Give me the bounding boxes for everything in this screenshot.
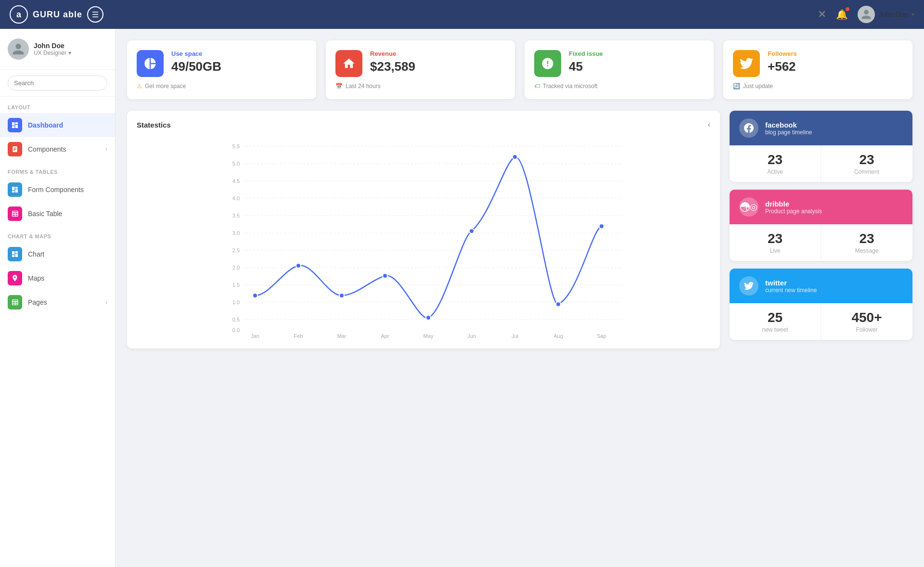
twitter-follower-label: Follower	[831, 326, 903, 333]
avatar	[858, 6, 875, 23]
statistics-chart: .grid-line { stroke: #e8ecf0; stroke-wid…	[137, 137, 710, 339]
svg-text:Aug: Aug	[553, 333, 563, 339]
sidebar-item-basic-table[interactable]: Basic Table	[0, 202, 115, 226]
dribble-icon: ◎	[739, 197, 758, 217]
followers-icon	[733, 50, 760, 77]
sidebar-item-label: Dashboard	[28, 121, 63, 129]
chart-icon	[8, 247, 22, 261]
chart-dot-sap	[599, 224, 604, 229]
dribble-stats: 23 Live 23 Message	[730, 224, 912, 261]
dribble-header: ◎ dribble Product page analysis	[730, 190, 912, 224]
chevron-right-icon: ›	[105, 146, 107, 153]
main-content: Use space 49/50GB ⚠ Get more space Reven…	[116, 29, 924, 567]
logo-icon: a	[10, 5, 28, 24]
chart-dot-feb	[296, 263, 301, 268]
fixed-issue-footer-text: Tracked via microsoft	[543, 83, 598, 90]
revenue-value: $23,589	[370, 59, 505, 74]
followers-footer: 🔄 Just update	[733, 83, 903, 90]
chart-dot-aug	[556, 302, 561, 307]
chart-title: Statestics	[137, 121, 171, 129]
svg-text:Feb: Feb	[294, 333, 303, 339]
sidebar-item-chart[interactable]: Chart	[0, 242, 115, 266]
sidebar-item-pages[interactable]: Pages ›	[0, 290, 115, 314]
search-input[interactable]	[8, 76, 107, 90]
use-space-info: Use space 49/50GB	[171, 50, 307, 74]
sidebar-section-layout: Layout	[0, 97, 115, 113]
followers-value: +562	[768, 59, 903, 74]
followers-footer-text: Just update	[743, 83, 773, 90]
menu-toggle-button[interactable]: ☰	[87, 6, 103, 23]
stat-cards: Use space 49/50GB ⚠ Get more space Reven…	[127, 40, 912, 99]
twitter-stat-follower: 450+ Follower	[821, 303, 912, 340]
basic-table-icon	[8, 206, 22, 221]
components-icon	[8, 142, 22, 156]
logo-text: GURU able	[33, 10, 82, 20]
twitter-header: twitter current new timeline	[730, 269, 912, 303]
stat-card-fixed-issue: Fixed issue 45 🏷 Tracked via microsoft	[525, 40, 714, 99]
svg-text:3.0: 3.0	[232, 230, 240, 236]
svg-text:3.5: 3.5	[232, 213, 240, 219]
facebook-stat-active: 23 Active	[730, 145, 821, 182]
svg-text:Sap: Sap	[597, 333, 606, 339]
fixed-issue-info: Fixed issue 45	[569, 50, 704, 74]
chart-toggle-button[interactable]: ‹	[708, 120, 710, 129]
use-space-label: Use space	[171, 50, 307, 57]
header-right: ✕ 🔔 John Doe ▾	[818, 6, 914, 23]
svg-text:Mar: Mar	[337, 333, 346, 339]
sidebar-item-form-components[interactable]: Form Components	[0, 178, 115, 202]
sidebar-item-label: Chart	[28, 250, 44, 258]
chart-dot-jan	[253, 293, 257, 298]
facebook-active-label: Active	[739, 168, 811, 175]
social-card-facebook: facebook blog page timeline 23 Active 23…	[730, 111, 912, 182]
use-space-icon	[137, 50, 164, 77]
revenue-info: Revenue $23,589	[370, 50, 505, 74]
facebook-icon	[739, 118, 758, 138]
revenue-footer: 📅 Last 24 hours	[335, 83, 505, 90]
notification-button[interactable]: 🔔	[836, 9, 848, 20]
sidebar-section-charts: Chart & Maps	[0, 226, 115, 242]
sidebar-search-area	[0, 70, 115, 97]
stat-card-followers: Followers +562 🔄 Just update	[723, 40, 912, 99]
svg-text:4.5: 4.5	[232, 178, 240, 184]
chart-dot-may	[426, 315, 431, 320]
twitter-icon	[739, 276, 758, 296]
logo-area: a GURU able ☰	[10, 5, 125, 24]
sidebar-item-maps[interactable]: Maps	[0, 266, 115, 290]
svg-text:Apr: Apr	[381, 333, 389, 339]
revenue-label: Revenue	[370, 50, 505, 57]
sidebar-avatar	[8, 39, 29, 60]
facebook-info: facebook blog page timeline	[765, 121, 812, 136]
twitter-stat-tweet: 25 new tweet	[730, 303, 821, 340]
chart-dot-mar	[339, 293, 344, 298]
social-card-dribble: ◎ dribble Product page analysis 23 Live	[730, 190, 912, 261]
sidebar-item-dashboard[interactable]: Dashboard	[0, 113, 115, 137]
sidebar-item-components[interactable]: Components ›	[0, 137, 115, 161]
use-space-footer-text: Get more space	[145, 83, 186, 90]
user-menu[interactable]: John Doe ▾	[858, 6, 914, 23]
svg-text:Jan: Jan	[251, 333, 259, 339]
chart-dot-jul	[513, 155, 517, 159]
twitter-tweet-label: new tweet	[739, 326, 811, 333]
fixed-issue-value: 45	[569, 59, 704, 74]
sidebar-profile: John Doe UX Designer ▾	[0, 29, 115, 70]
sidebar-user-role: UX Designer ▾	[34, 50, 71, 56]
stat-card-revenue: Revenue $23,589 📅 Last 24 hours	[326, 40, 515, 99]
use-space-footer: ⚠ Get more space	[137, 83, 307, 90]
sidebar-user-info: John Doe UX Designer ▾	[34, 42, 71, 56]
close-icon[interactable]: ✕	[818, 8, 826, 21]
social-card-twitter: twitter current new timeline 25 new twee…	[730, 269, 912, 340]
dribble-stat-message: 23 Message	[821, 224, 912, 261]
sidebar-section-forms: Forms & Tables	[0, 161, 115, 178]
twitter-title: twitter	[765, 279, 817, 287]
sidebar: John Doe UX Designer ▾ Layout Dashboard …	[0, 29, 116, 567]
revenue-footer-text: Last 24 hours	[346, 83, 381, 90]
sidebar-item-label: Basic Table	[28, 210, 62, 218]
chart-card: Statestics ‹ .grid-line { stroke: #e8ecf…	[127, 111, 720, 348]
svg-text:2.0: 2.0	[232, 265, 240, 271]
chevron-right-icon: ›	[105, 299, 107, 306]
role-chevron-icon: ▾	[68, 50, 71, 56]
svg-text:5.5: 5.5	[232, 143, 240, 149]
main-layout: John Doe UX Designer ▾ Layout Dashboard …	[0, 29, 924, 567]
bottom-section: Statestics ‹ .grid-line { stroke: #e8ecf…	[127, 111, 912, 348]
twitter-stats: 25 new tweet 450+ Follower	[730, 303, 912, 340]
